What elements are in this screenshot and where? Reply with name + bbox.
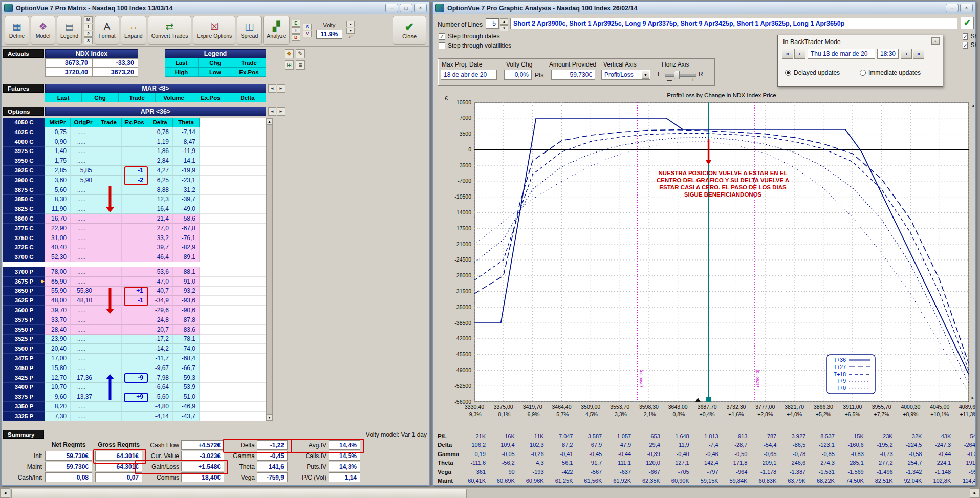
strike-label[interactable]: 3850 C: [3, 195, 45, 205]
option-cell-mktpr[interactable]: 5,60: [45, 185, 71, 195]
option-cell-origpr[interactable]: .....: [71, 383, 96, 393]
option-cell-theta[interactable]: -83,6: [173, 325, 200, 335]
backtrader-date-field[interactable]: Thu 13 de mar de 20: [808, 49, 875, 59]
option-cell-origpr[interactable]: 48,10: [71, 296, 96, 306]
option-cell-delta[interactable]: -7,98: [147, 373, 173, 383]
option-cell-mktpr[interactable]: 1,40: [45, 147, 71, 157]
option-cell-theta[interactable]: -43,7: [173, 412, 200, 421]
strike-label[interactable]: 4000 C: [3, 137, 45, 147]
option-cell-origpr[interactable]: .....: [71, 335, 96, 344]
option-cell-origpr[interactable]: .....: [71, 306, 96, 315]
step-forward-day-button[interactable]: »: [913, 49, 924, 59]
options-prev-icon[interactable]: ◄: [268, 107, 276, 116]
option-row-3975C[interactable]: 3975 C1,40.....1,86-11,9: [3, 147, 266, 157]
option-cell-delta[interactable]: 2,84: [147, 156, 173, 166]
option-cell-theta[interactable]: -8,47: [173, 137, 200, 147]
option-cell-trade[interactable]: [96, 335, 122, 344]
option-row-3450P[interactable]: 3450 P15,80.....-9,67-66,7: [3, 363, 266, 373]
option-cell-expos[interactable]: [122, 354, 147, 363]
option-cell-mktpr[interactable]: 20,40: [45, 344, 71, 354]
option-cell-origpr[interactable]: 55,80: [71, 287, 96, 296]
matrix-mode-icon-3[interactable]: 3: [84, 37, 93, 44]
scroll-left-icon[interactable]: ◄: [0, 488, 10, 498]
spread-button[interactable]: ◫Spread: [237, 16, 262, 45]
option-cell-expos[interactable]: [122, 127, 147, 137]
option-row-4000C[interactable]: 4000 C0,90.....1,19-8,47: [3, 137, 266, 147]
option-cell-trade[interactable]: [96, 315, 122, 325]
immediate-updates-radio[interactable]: Immediate updates: [860, 69, 921, 76]
backtrader-time-field[interactable]: 18:30: [877, 49, 899, 59]
strike-label[interactable]: 3975 C: [3, 147, 45, 157]
option-cell-delta[interactable]: 4,27: [147, 166, 173, 176]
strike-label[interactable]: 3425 P: [3, 373, 45, 383]
option-row-3825C[interactable]: 3825 C11,90.....16,4-49,0: [3, 204, 266, 214]
scroll-down-icon[interactable]: ▼: [267, 414, 272, 421]
strike-label[interactable]: 3525 P: [3, 335, 45, 344]
options-next-icon[interactable]: ►: [277, 107, 285, 116]
strike-label[interactable]: 3325 P: [3, 412, 45, 421]
format-button[interactable]: AFormat: [95, 16, 119, 45]
strike-label[interactable]: 3925 C: [3, 166, 45, 176]
option-cell-mktpr[interactable]: 1,75: [45, 156, 71, 166]
option-cell-theta[interactable]: -53,9: [173, 383, 200, 393]
option-cell-theta[interactable]: -58,6: [173, 214, 200, 224]
option-cell-mktpr[interactable]: 7,30: [45, 412, 71, 421]
option-row-3600P[interactable]: 3600 P39,70.....-29,6-90,6: [3, 306, 266, 315]
option-cell-origpr[interactable]: .....: [71, 402, 96, 412]
option-cell-delta[interactable]: -53,6: [147, 267, 173, 277]
futures-next-icon[interactable]: ►: [277, 84, 285, 93]
model-button[interactable]: ❖Model: [31, 16, 55, 45]
option-cell-delta[interactable]: -40,7: [147, 287, 173, 296]
option-cell-trade[interactable]: [96, 267, 122, 277]
option-cell-origpr[interactable]: .....: [71, 354, 96, 363]
option-row-3700C[interactable]: 3700 C52,30.....46,4-89,1: [3, 252, 266, 262]
option-row-4025C[interactable]: 4025 C0,75.....0,76-7,14: [3, 127, 266, 137]
option-cell-mktpr[interactable]: 31,00: [45, 233, 71, 243]
option-cell-mktpr[interactable]: 8,20: [45, 402, 71, 412]
option-cell-origpr[interactable]: .....: [71, 224, 96, 233]
matrix-mode-icon-m[interactable]: M: [84, 16, 93, 23]
option-cell-theta[interactable]: -91,0: [173, 277, 200, 287]
option-row-3550P[interactable]: 3550 P28,40.....-20,7-83,6: [3, 325, 266, 335]
option-cell-trade[interactable]: [96, 137, 122, 147]
option-cell-trade[interactable]: [96, 166, 122, 176]
option-cell-origpr[interactable]: 5,90: [71, 176, 96, 185]
palette-icon[interactable]: ❖: [285, 49, 294, 58]
scroll-up-icon[interactable]: ▲: [267, 118, 272, 125]
option-cell-expos[interactable]: [122, 335, 147, 344]
option-row-3325P[interactable]: 3325 P7,30.....-4,14-43,7: [3, 412, 266, 421]
legend-button[interactable]: ▤Legend: [57, 16, 82, 45]
spinner-down-icon[interactable]: ▼: [346, 28, 355, 34]
option-cell-delta[interactable]: -5,60: [147, 392, 173, 402]
option-cell-mktpr[interactable]: 22,90: [45, 224, 71, 233]
option-cell-origpr[interactable]: .....: [71, 137, 96, 147]
option-cell-mktpr[interactable]: 28,40: [45, 325, 71, 335]
option-cell-origpr[interactable]: .....: [71, 185, 96, 195]
option-cell-trade[interactable]: [96, 233, 122, 243]
strike-label[interactable]: 3450 P: [3, 363, 45, 373]
option-cell-theta[interactable]: -49,0: [173, 204, 200, 214]
option-cell-origpr[interactable]: .....: [71, 277, 96, 287]
option-row-3725C[interactable]: 3725 C40,40.....39,7-82,9: [3, 243, 266, 253]
option-cell-delta[interactable]: 6,25: [147, 176, 173, 185]
option-cell-theta[interactable]: -68,4: [173, 354, 200, 363]
strike-label[interactable]: 3800 C: [3, 214, 45, 224]
option-cell-origpr[interactable]: 17,36: [71, 373, 96, 383]
matrix-titlebar[interactable]: OptionVue 7 Pro Matrix - Nasdaq 100 Inde…: [2, 2, 429, 14]
option-cell-delta[interactable]: 8,88: [147, 185, 173, 195]
option-cell-delta[interactable]: 1,19: [147, 137, 173, 147]
option-cell-trade[interactable]: [96, 243, 122, 253]
option-row-3800C[interactable]: 3800 C16,70.....21,4-58,6: [3, 214, 266, 224]
step-back-day-button[interactable]: «: [782, 49, 793, 59]
step-back-button[interactable]: ‹: [794, 49, 805, 59]
option-row-3675P[interactable]: 3675 P▶65,90.....-47,0-91,0: [3, 277, 266, 287]
option-cell-mktpr[interactable]: 15,80: [45, 363, 71, 373]
option-cell-theta[interactable]: -74,0: [173, 344, 200, 354]
option-cell-delta[interactable]: 21,4: [147, 214, 173, 224]
strike-label[interactable]: 3700 P: [3, 267, 45, 277]
option-cell-delta[interactable]: 27,0: [147, 224, 173, 233]
option-cell-origpr[interactable]: .....: [71, 147, 96, 157]
option-cell-expos[interactable]: [122, 315, 147, 325]
option-cell-expos[interactable]: [122, 325, 147, 335]
option-cell-expos[interactable]: [122, 147, 147, 157]
